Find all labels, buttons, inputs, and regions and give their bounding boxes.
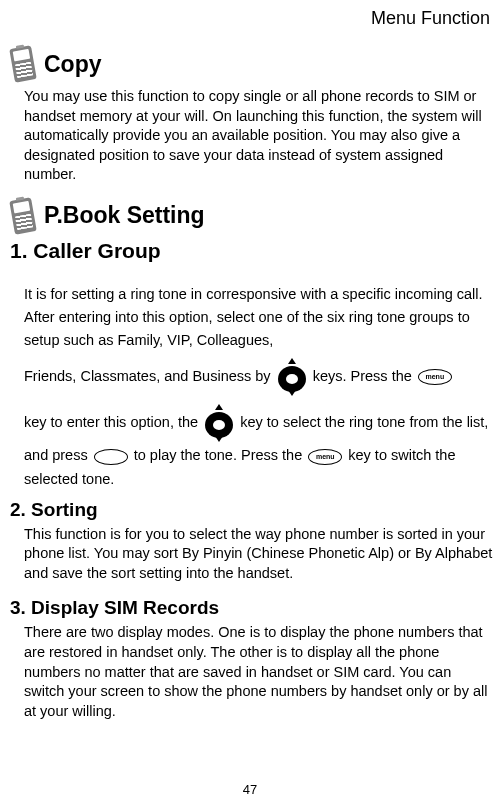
caller-group-para3: key to enter this option, the key to sel…	[10, 402, 494, 490]
section-copy-body: You may use this function to copy single…	[10, 87, 494, 185]
sorting-heading: 2. Sorting	[10, 499, 494, 521]
display-sim-body: There are two display modes. One is to d…	[10, 623, 494, 721]
svg-point-3	[213, 420, 225, 430]
caller-group-para1: It is for setting a ring tone in corresp…	[10, 283, 494, 353]
phone-icon	[9, 45, 37, 82]
caller-group-heading: 1. Caller Group	[10, 239, 494, 263]
text-segment: to play the tone. Press the	[134, 447, 307, 463]
page-number: 47	[243, 782, 257, 797]
svg-point-1	[286, 374, 298, 384]
nav-key-icon	[276, 356, 308, 398]
text-segment: key to enter this option, the	[24, 414, 202, 430]
menu-key-icon	[418, 369, 452, 385]
section-pbook-title: P.Book Setting	[44, 202, 205, 229]
section-copy-heading: Copy	[10, 47, 494, 81]
page-header: Menu Function	[10, 8, 494, 29]
text-segment: It is for setting a ring tone in corresp…	[24, 286, 483, 348]
nav-key-icon	[203, 402, 235, 444]
sorting-body: This function is for you to select the w…	[10, 525, 494, 584]
menu-key-icon	[308, 449, 342, 465]
blank-key-icon	[94, 449, 128, 465]
text-segment: keys. Press the	[313, 368, 416, 384]
text-segment: Friends, Classmates, and Business by	[24, 368, 275, 384]
section-pbook-heading: P.Book Setting	[10, 199, 494, 233]
display-sim-heading: 3. Display SIM Records	[10, 597, 494, 619]
phone-icon	[9, 197, 37, 234]
section-copy-title: Copy	[44, 51, 102, 78]
caller-group-para2: Friends, Classmates, and Business by key…	[10, 356, 494, 398]
